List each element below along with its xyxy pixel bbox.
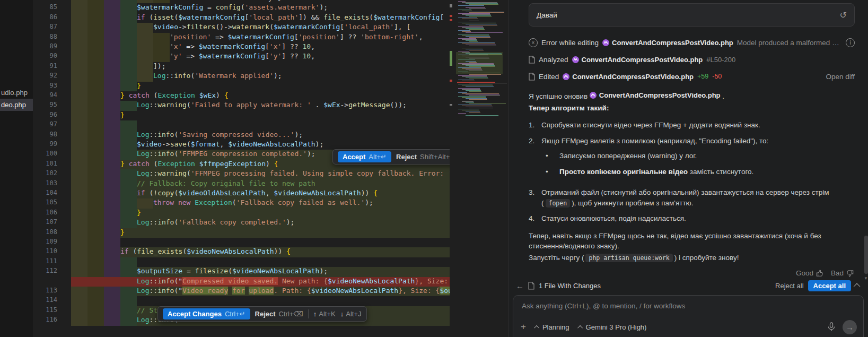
event-row-error: ×Error while editingConvertAndCompressPo…: [529, 34, 855, 51]
minimap-zone: [450, 0, 508, 337]
event-row-analyzed: AnalyzedConvertAndCompressPostVideo.php#…: [529, 51, 855, 68]
php-file-icon: [602, 39, 609, 46]
event-label: Analyzed: [539, 56, 568, 64]
code-line: 85$watermarkConfig = config('assets.wate…: [33, 3, 450, 13]
list-item: 4.Статуси оновлюються, подія надсилаєтьс…: [529, 213, 855, 224]
file-chip[interactable]: ConvertAndCompressPostVideo.php: [563, 73, 694, 81]
minimap[interactable]: [456, 1, 503, 120]
message-outro2: Запустіть чергу (php artisan queue:work)…: [529, 253, 855, 263]
code-line: 99$video->save($format, $videoNewAbsLoca…: [33, 140, 450, 150]
reject-all-button[interactable]: Reject all: [775, 282, 803, 290]
code-line: 94} catch (Exception $wEx) {: [33, 91, 450, 101]
file-chip[interactable]: ConvertAndCompressPostVideo.php: [602, 39, 733, 47]
code-line: 90'y' => $watermarkConfig['y'] ?? 10,: [33, 52, 450, 62]
reject-button[interactable]: RejectShift+Alt+⌫: [396, 153, 450, 161]
ide-window: udio.php deo.php y {85$watermarkConfig =…: [0, 0, 868, 337]
doc-icon: [528, 282, 534, 290]
message-subtitle: Тепер алгоритм такий:: [529, 103, 855, 114]
event-label: Error while editing: [541, 39, 599, 47]
accept-button[interactable]: AcceptAlt+↵: [338, 151, 391, 162]
send-arrow-icon: →: [846, 323, 854, 332]
thumb-up-icon: [816, 270, 823, 277]
file-sidebar: udio.php deo.php: [0, 0, 33, 337]
code-line: 113Log::info("Video ready for upload. Pa…: [33, 287, 450, 296]
sidebar-item-video-file[interactable]: deo.php: [0, 99, 34, 111]
info-icon[interactable]: i: [846, 38, 855, 47]
restore-checkpoint-icon[interactable]: ↺: [840, 10, 847, 20]
code-line: 87$video->filters()->watermark($watermar…: [33, 23, 450, 32]
thumb-down-icon: [846, 270, 854, 277]
code-line: 96}: [33, 111, 450, 120]
input-controls: + Planning Gemini 3 Pro (High) →: [521, 319, 857, 335]
chat-input[interactable]: Ask anything (Ctrl+L), @ to mention, / f…: [513, 295, 864, 337]
divider: [308, 309, 309, 318]
code-line: 89'x' => $watermarkConfig['x'] ?? 10,: [33, 42, 450, 52]
nav-next-button[interactable]: ↓Alt+J: [340, 310, 362, 318]
chevron-up-icon: [577, 325, 583, 330]
message-intro: Я успішно оновив ConvertAndCompressPostV…: [529, 90, 855, 102]
add-context-button[interactable]: +: [521, 322, 526, 332]
code-line: 91]);: [33, 62, 450, 72]
user-message-text: Давай: [537, 11, 557, 19]
mic-icon[interactable]: [828, 322, 835, 332]
bullet-item: •Просто копіюємо оригінальне відео заміс…: [542, 167, 768, 177]
feedback-bad-button[interactable]: Bad: [831, 269, 854, 277]
php-file-icon: [590, 92, 597, 99]
code-line: 98Log::info('Saving compressed video...'…: [33, 131, 450, 140]
event-label: Edited: [539, 73, 559, 81]
chat-input-placeholder: Ask anything (Ctrl+L), @ to mention, / f…: [522, 302, 685, 310]
code-line: 86if (isset($watermarkConfig['local_path…: [33, 13, 450, 23]
list-item: 3.Отриманий файл (стиснутий або оригінал…: [529, 187, 855, 208]
doc-icon: [529, 56, 535, 64]
feedback-row: Good Bad: [508, 269, 854, 277]
code-line: 111: [33, 257, 450, 267]
bottom-diff-toolbar: Accept ChangesCtrl+↵ RejectCtrl+⌫ ↑Alt+K…: [157, 306, 367, 322]
error-icon: ×: [529, 38, 538, 47]
code-line: 93}: [33, 82, 450, 91]
accept-all-button[interactable]: Accept all: [808, 280, 851, 291]
back-arrow-icon[interactable]: ←: [516, 281, 524, 290]
event-detail: Model produced a malformed edit that t..…: [737, 39, 842, 47]
feedback-good-button[interactable]: Good: [796, 269, 823, 277]
doc-icon: [529, 73, 535, 81]
chevron-up-icon: [534, 325, 539, 330]
sidebar-item-audio-file[interactable]: udio.php: [0, 87, 34, 99]
nav-prev-button[interactable]: ↑Alt+K: [313, 310, 336, 318]
event-row-edited: EditedConvertAndCompressPostVideo.php+59…: [529, 68, 855, 85]
bullet-item: •Записуємо попередження (warning) у лог.: [542, 151, 768, 161]
inline-code: fopen: [546, 199, 571, 208]
php-file-icon: [572, 56, 579, 63]
code-editor[interactable]: y {85$watermarkConfig = config('assets.w…: [33, 0, 450, 337]
code-line: 102Log::warning('FFMPEG processing faile…: [33, 169, 450, 179]
mode-selector[interactable]: Planning: [536, 323, 569, 331]
code-line: 114: [33, 296, 450, 306]
user-message-bubble[interactable]: Давай ↺: [529, 3, 855, 27]
send-button[interactable]: →: [843, 320, 857, 334]
model-selector[interactable]: Gemini 3 Pro (High): [579, 323, 647, 331]
code-line: 108}: [33, 228, 450, 238]
chat-scrollbar-thumb[interactable]: [864, 236, 868, 274]
collapse-chevron-icon[interactable]: [854, 283, 861, 290]
file-chip[interactable]: ConvertAndCompressPostVideo.php: [572, 56, 703, 64]
php-file-icon: [563, 73, 569, 80]
changes-bar: ← 1 File With Changes Reject all Accept …: [508, 278, 862, 293]
inline-diff-toolbar: AcceptAlt+↵ RejectShift+Alt+⌫: [332, 149, 450, 165]
diff-added-count: +59: [697, 73, 708, 80]
reject-changes-button[interactable]: RejectCtrl+⌫: [255, 310, 303, 318]
scroll-down-icon[interactable]: ▼: [864, 276, 868, 281]
code-line: 110if (file_exists($videoNewAbsLocalPath…: [33, 247, 450, 257]
message-outro: Тепер, навіть якщо з FFMpeg щось не так,…: [529, 231, 855, 252]
file-chip[interactable]: ConvertAndCompressPostVideo.php: [590, 90, 721, 101]
code-line: 103// Fallback: Copy original file to ne…: [33, 179, 450, 189]
code-line: 97: [33, 120, 450, 130]
accept-changes-button[interactable]: Accept ChangesCtrl+↵: [163, 308, 250, 319]
code-line: Log::info("Compressed video saved. New p…: [33, 277, 450, 287]
open-diff-button[interactable]: Open diff: [826, 73, 855, 81]
code-line: 107Log::info('Fallback copy completed.')…: [33, 218, 450, 228]
code-line: 109: [33, 238, 450, 247]
code-line: 88'position' => $watermarkConfig['positi…: [33, 33, 450, 42]
event-list: ×Error while editingConvertAndCompressPo…: [508, 34, 868, 85]
list-item: 2.Якщо FFMpeg вилетів з помилкою (наприк…: [529, 136, 855, 183]
chat-panel: Давай ↺ ×Error while editingConvertAndCo…: [508, 0, 868, 337]
code-line: 105throw new Exception('Fallback copy fa…: [33, 198, 450, 208]
